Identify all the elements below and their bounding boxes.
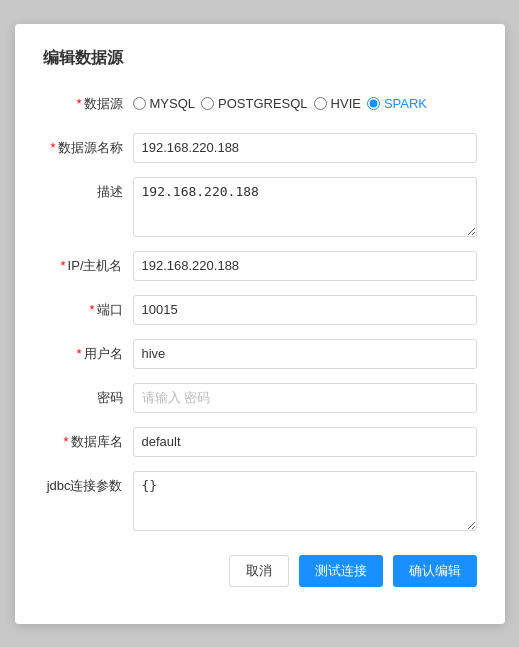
required-star-name: *: [50, 140, 55, 155]
password-row: 密码: [43, 383, 477, 413]
radio-hvie[interactable]: HVIE: [314, 89, 361, 119]
name-row: *数据源名称: [43, 133, 477, 163]
desc-label: 描述: [43, 177, 133, 207]
edit-datasource-dialog: 编辑数据源 *数据源 MYSQL POSTGRESQL HVIE SPARK *…: [15, 24, 505, 624]
username-input[interactable]: [133, 339, 477, 369]
radio-spark[interactable]: SPARK: [367, 89, 427, 119]
radio-mysql[interactable]: MYSQL: [133, 89, 196, 119]
radio-postgresql[interactable]: POSTGRESQL: [201, 89, 308, 119]
ip-input[interactable]: [133, 251, 477, 281]
name-label: *数据源名称: [43, 133, 133, 163]
required-star-port: *: [89, 302, 94, 317]
datasource-type-label: *数据源: [43, 89, 133, 119]
required-star-ip: *: [61, 258, 66, 273]
dbname-row: *数据库名: [43, 427, 477, 457]
required-star-username: *: [76, 346, 81, 361]
port-input[interactable]: [133, 295, 477, 325]
port-label: *端口: [43, 295, 133, 325]
cancel-button[interactable]: 取消: [229, 555, 289, 587]
jdbc-label: jdbc连接参数: [43, 471, 133, 501]
ip-row: *IP/主机名: [43, 251, 477, 281]
required-star-dbname: *: [63, 434, 68, 449]
datasource-type-row: *数据源 MYSQL POSTGRESQL HVIE SPARK: [43, 89, 477, 119]
desc-textarea[interactable]: 192.168.220.188: [133, 177, 477, 237]
port-row: *端口: [43, 295, 477, 325]
dialog-title: 编辑数据源: [43, 48, 477, 69]
desc-row: 描述 192.168.220.188: [43, 177, 477, 237]
name-input[interactable]: [133, 133, 477, 163]
username-label: *用户名: [43, 339, 133, 369]
ip-label: *IP/主机名: [43, 251, 133, 281]
datasource-radio-group: MYSQL POSTGRESQL HVIE SPARK: [133, 89, 428, 119]
jdbc-textarea[interactable]: {}: [133, 471, 477, 531]
dbname-input[interactable]: [133, 427, 477, 457]
test-connection-button[interactable]: 测试连接: [299, 555, 383, 587]
password-input[interactable]: [133, 383, 477, 413]
dbname-label: *数据库名: [43, 427, 133, 457]
form-actions: 取消 测试连接 确认编辑: [43, 555, 477, 587]
required-star: *: [76, 96, 81, 111]
username-row: *用户名: [43, 339, 477, 369]
confirm-edit-button[interactable]: 确认编辑: [393, 555, 477, 587]
password-label: 密码: [43, 383, 133, 413]
jdbc-row: jdbc连接参数 {}: [43, 471, 477, 531]
